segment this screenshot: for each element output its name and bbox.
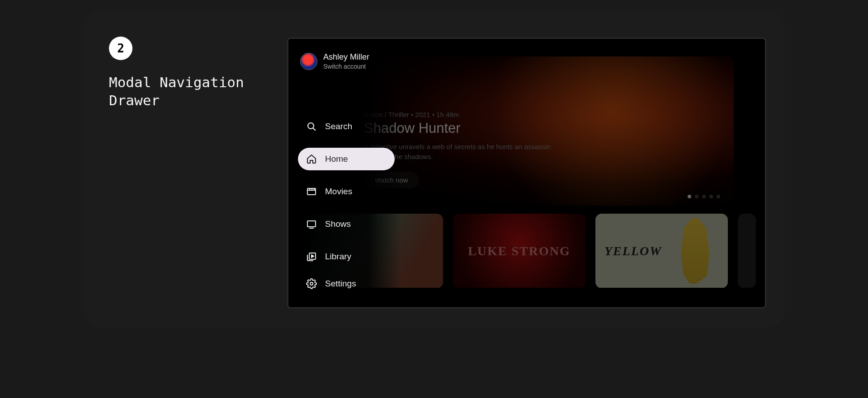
gear-icon [306, 278, 317, 289]
user-name: Ashley Miller [323, 53, 369, 62]
annotation-title-line1: Modal Navigation [109, 74, 244, 90]
nav-movies[interactable]: Movies [298, 180, 395, 203]
search-icon [306, 121, 317, 132]
avatar [301, 53, 317, 70]
annotation-title-line2: Drawer [109, 92, 160, 108]
svg-rect-3 [307, 221, 316, 227]
home-icon [306, 154, 317, 164]
nav-search[interactable]: Search [298, 115, 395, 138]
movie-icon [306, 186, 317, 197]
library-icon [306, 251, 317, 262]
account-switcher[interactable]: Ashley Miller Switch account [298, 51, 401, 70]
svg-line-1 [313, 128, 316, 131]
nav-library[interactable]: Library [298, 245, 395, 268]
switch-account-label: Switch account [323, 63, 369, 70]
nav-label: Shows [325, 219, 351, 229]
step-badge: 2 [109, 37, 132, 60]
nav-label: Home [325, 154, 348, 164]
nav-label: Movies [325, 187, 352, 197]
nav-shows[interactable]: Shows [298, 213, 395, 235]
nav-settings[interactable]: Settings [298, 272, 401, 295]
navigation-drawer: Ashley Miller Switch account Search [292, 43, 401, 303]
svg-point-6 [310, 282, 313, 285]
nav-label: Settings [325, 279, 356, 289]
tv-icon [306, 219, 317, 229]
nav-home[interactable]: Home [298, 148, 395, 170]
nav-label: Search [325, 122, 352, 131]
nav-label: Library [325, 252, 351, 262]
svg-point-0 [308, 123, 314, 129]
tv-frame: Action / Thriller • 2021 • 1h 48m Shadow… [287, 37, 766, 309]
